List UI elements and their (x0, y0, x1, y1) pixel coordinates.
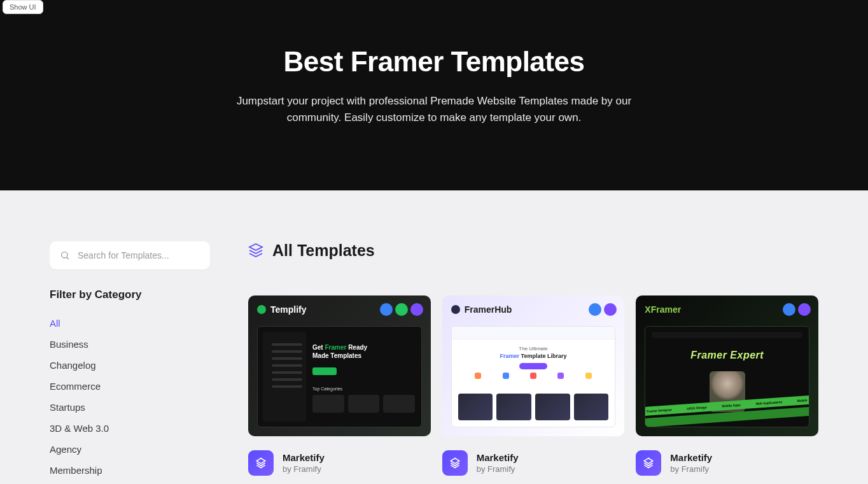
card-app-icon (248, 450, 274, 476)
category-agency[interactable]: Agency (50, 439, 210, 460)
mini-cta-icon (519, 363, 547, 369)
thumb-preview: Get Framer Ready Made Templates Top Cate… (257, 326, 422, 428)
svg-point-0 (62, 252, 67, 257)
thumb-badges (589, 303, 617, 316)
category-3d-web3[interactable]: 3D & Web 3.0 (50, 418, 210, 439)
category-list: All Business Changelog Ecommerce Startup… (50, 313, 210, 484)
search-box[interactable] (50, 241, 210, 269)
template-thumbnail: Templify Get Framer Ready Made T (248, 295, 431, 437)
template-thumbnail: FramerHub The Ultimate Framer Template L… (442, 295, 625, 437)
badge-icon (380, 303, 393, 316)
card-app-icon (442, 450, 468, 476)
thumb-preview: The Ultimate Framer Template Library (451, 326, 616, 428)
category-changelog[interactable]: Changelog (50, 355, 210, 376)
brand-dot-icon (451, 305, 460, 314)
card-author: by Framify (670, 464, 712, 474)
search-input[interactable] (78, 250, 200, 260)
brand-dot-icon (257, 305, 266, 314)
category-membership[interactable]: Membership (50, 460, 210, 481)
template-grid: Templify Get Framer Ready Made T (248, 295, 818, 476)
layers-icon (248, 243, 263, 258)
badge-icon (395, 303, 408, 316)
mini-tiles (312, 395, 415, 413)
mini-header (452, 327, 615, 339)
mini-hero: The Ultimate Framer Template Library (452, 346, 615, 369)
template-thumbnail: XFramer Framer Expert Framer Designer UI… (636, 295, 818, 437)
category-business[interactable]: Business (50, 334, 210, 355)
thumb-badges (380, 303, 423, 316)
content-header: All Templates (248, 241, 818, 260)
mini-bars (272, 343, 302, 388)
hero-subtitle: Jumpstart your project with professional… (230, 93, 638, 127)
search-icon (60, 250, 70, 260)
mini-sidebar (263, 332, 306, 422)
category-landing-page[interactable]: Landing Page (50, 481, 210, 484)
card-meta: Marketify by Framify (636, 450, 818, 476)
badge-icon (798, 303, 811, 316)
content: All Templates Templify (248, 241, 818, 484)
mini-tiles (458, 394, 609, 420)
mini-nav (652, 332, 802, 338)
content-title: All Templates (272, 241, 375, 260)
mini-title: Framer Expert (645, 350, 809, 361)
card-author: by Framify (477, 464, 519, 474)
hero-section: Best Framer Templates Jumpstart your pro… (0, 0, 868, 190)
card-app-icon (636, 450, 661, 476)
sidebar: Filter by Category All Business Changelo… (50, 241, 210, 484)
card-meta: Marketify by Framify (442, 450, 625, 476)
badge-icon (410, 303, 423, 316)
thumb-brand: XFramer (645, 304, 681, 315)
badge-icon (604, 303, 617, 316)
card-title: Marketify (477, 452, 519, 463)
badge-icon (783, 303, 795, 316)
svg-line-1 (67, 257, 69, 259)
mini-heading: Get Framer Ready Made Templates (312, 343, 376, 360)
show-ui-button[interactable]: Show UI (3, 0, 43, 14)
card-meta: Marketify by Framify (248, 450, 431, 476)
filter-title: Filter by Category (50, 288, 210, 301)
category-startups[interactable]: Startups (50, 397, 210, 418)
thumb-brand: Templify (257, 304, 307, 315)
card-title: Marketify (283, 452, 325, 463)
template-card[interactable]: XFramer Framer Expert Framer Designer UI… (636, 295, 818, 476)
category-all[interactable]: All (50, 313, 210, 334)
thumb-brand: FramerHub (451, 304, 512, 315)
thumb-brand-label: Templify (270, 304, 307, 315)
mini-cta-icon (312, 367, 337, 375)
svg-marker-2 (249, 244, 262, 250)
mini-section-label: Top Categories (312, 387, 342, 391)
mini-icons-row (465, 373, 603, 379)
badge-icon (589, 303, 601, 316)
template-card[interactable]: Templify Get Framer Ready Made T (248, 295, 431, 476)
thumb-badges (783, 303, 811, 316)
thumb-brand-label: XFramer (645, 304, 681, 315)
category-ecommerce[interactable]: Ecommerce (50, 376, 210, 397)
template-card[interactable]: FramerHub The Ultimate Framer Template L… (442, 295, 625, 476)
hero-title: Best Framer Templates (13, 46, 855, 78)
thumb-preview: Framer Expert Framer Designer UI/UX Desi… (645, 326, 809, 428)
card-author: by Framify (283, 464, 325, 474)
thumb-brand-label: FramerHub (465, 304, 512, 315)
card-title: Marketify (670, 452, 712, 463)
